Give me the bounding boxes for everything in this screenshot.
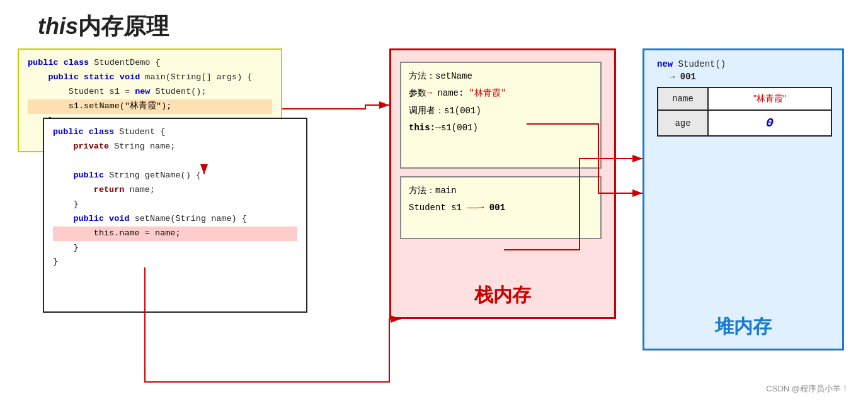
heap-new-student-label: new Student() (657, 59, 832, 69)
heap-title-label: 堆内存 (715, 314, 772, 340)
heap-field-age-row: age 0 (658, 110, 831, 136)
heap-field-age-value: 0 (708, 110, 831, 136)
stack-main-method: 方法：main (409, 182, 593, 199)
stack-frame-setname: 方法：setName 参数→ name: "林青霞" 调用者：s1(001) t… (400, 62, 602, 169)
page-title: this内存原理 (0, 0, 868, 48)
watermark: CSDN @程序员小羊！ (766, 383, 849, 395)
heap-field-name-value: "林青霞" (708, 87, 831, 110)
heap-fields-table: name "林青霞" age 0 (657, 87, 832, 137)
heap-field-name-label: name (658, 87, 708, 110)
heap-address: → 001 (657, 72, 832, 82)
stack-main-var: Student s1 ——→ 001 (409, 199, 593, 218)
code-student-class: public class Student { private String na… (53, 125, 297, 269)
arrow-demo-to-stack (282, 105, 389, 109)
student-class-box: public class Student { private String na… (43, 118, 307, 313)
heap-field-age-label: age (658, 110, 708, 136)
stack-method-label: 方法：setName (409, 68, 593, 85)
stack-memory-box: 方法：setName 参数→ name: "林青霞" 调用者：s1(001) t… (389, 48, 616, 319)
main-diagram: public class StudentDemo { public static… (0, 48, 868, 401)
stack-frame-main: 方法：main Student s1 ——→ 001 (400, 176, 602, 239)
heap-memory-box: new Student() → 001 name "林青霞" age 0 堆内存 (642, 48, 844, 350)
heap-inner: new Student() → 001 name "林青霞" age 0 (657, 59, 832, 137)
stack-title-label: 栈内存 (474, 283, 531, 308)
heap-field-name-row: name "林青霞" (658, 87, 831, 110)
stack-param-label: 参数→ name: "林青霞" (409, 85, 593, 103)
stack-this-label: this:→s1(001) (409, 120, 593, 138)
stack-caller-label: 调用者：s1(001) (409, 103, 593, 120)
